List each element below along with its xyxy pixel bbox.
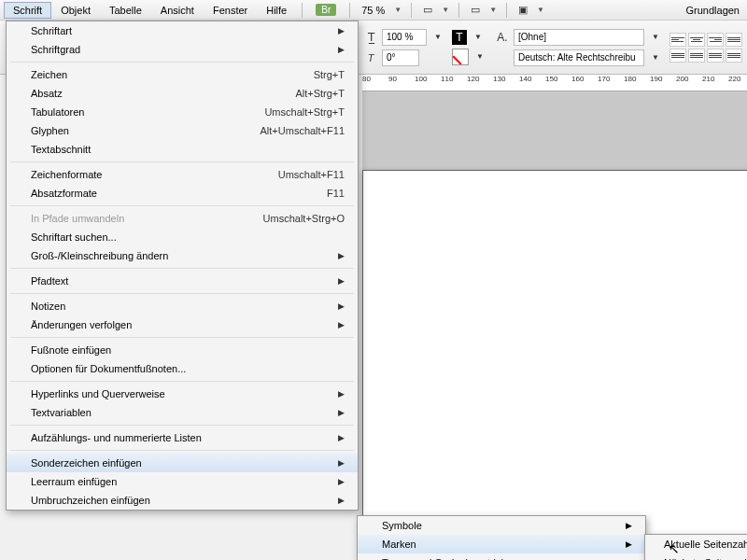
menu-item[interactable]: Pfadtext▶ [7, 272, 358, 290]
ruler-tick: 220 [728, 75, 740, 83]
menu-item[interactable]: Änderungen verfolgen▶ [7, 315, 358, 334]
menu-item[interactable]: Schriftart suchen... [7, 228, 358, 246]
chevron-down-icon[interactable]: ▼ [430, 30, 446, 45]
menu-item-label: Schriftgrad [31, 44, 332, 55]
align-right-button[interactable] [707, 33, 724, 47]
menu-item[interactable]: Textabschnitt [7, 140, 358, 159]
stroke-none-icon[interactable] [452, 49, 469, 65]
zoom-level[interactable]: 75 % [356, 5, 390, 16]
submenu-arrow-icon: ▶ [338, 276, 345, 286]
text-fill-icon[interactable]: T [452, 30, 467, 45]
document-canvas[interactable] [362, 91, 747, 560]
chevron-down-icon[interactable]: ▼ [472, 49, 488, 64]
chevron-down-icon[interactable]: ▼ [470, 30, 486, 45]
view-mode-icon[interactable]: ▭ [417, 2, 438, 19]
align-left-button[interactable] [669, 33, 686, 47]
menu-item-label: Tabulatoren [31, 106, 264, 118]
menu-item-label: Absatzformate [31, 188, 327, 199]
align-center-button[interactable] [688, 33, 705, 47]
menu-item-label: Textvariablen [31, 407, 332, 418]
submenu-arrow-icon: ▶ [338, 408, 345, 417]
arrange-icon[interactable]: ▣ [513, 2, 533, 19]
menu-item[interactable]: Notizen▶ [7, 297, 358, 315]
language-select[interactable] [514, 49, 644, 66]
justify-center-button[interactable] [688, 49, 705, 63]
menu-item[interactable]: Schriftgrad▶ [7, 40, 358, 59]
ruler-tick: 120 [467, 75, 479, 83]
submenu-item[interactable]: Trenn- und Gedankenstriche▶ [358, 553, 645, 560]
menu-item-label: Textabschnitt [31, 144, 345, 155]
align-justify-button[interactable] [726, 33, 742, 47]
menu-hilfe[interactable]: Hilfe [257, 2, 296, 19]
screen-mode-icon[interactable]: ▭ [465, 2, 486, 19]
menu-item[interactable]: AbsatzAlt+Strg+T [7, 84, 358, 103]
menu-item[interactable]: Leerraum einfügen▶ [7, 472, 358, 491]
page[interactable] [362, 170, 747, 560]
justify-all-button[interactable] [726, 49, 742, 63]
submenu-arrow-icon: ▶ [338, 477, 345, 486]
menu-divider [10, 337, 354, 338]
menu-ansicht[interactable]: Ansicht [151, 2, 204, 19]
submenu2-item[interactable]: Nächste Seitenzahl [645, 553, 747, 560]
menu-item[interactable]: Textvariablen▶ [7, 403, 358, 422]
justify-left-button[interactable] [669, 49, 686, 63]
menu-item[interactable]: Optionen für Dokumentfußnoten... [7, 359, 358, 378]
menu-item[interactable]: Schriftart▶ [7, 21, 358, 40]
menu-item-label: Leerraum einfügen [31, 476, 332, 487]
menu-item-label: Schriftart [31, 25, 332, 36]
menu-item[interactable]: Groß-/Kleinschreibung ändern▶ [7, 246, 358, 265]
menu-shortcut: Umschalt+F11 [278, 169, 345, 180]
menu-shortcut: Alt+Strg+T [295, 88, 345, 99]
horizontal-ruler: 8090100110120130140150160170180190200210… [362, 75, 747, 91]
menu-objekt[interactable]: Objekt [51, 2, 100, 19]
menu-divider [10, 62, 354, 63]
justify-right-button[interactable] [707, 49, 724, 63]
chevron-down-icon[interactable]: ▼ [647, 30, 664, 45]
menu-schrift[interactable]: Schrift [4, 2, 51, 19]
menu-item-label: Hyperlinks und Querverweise [31, 388, 332, 399]
menu-item[interactable]: Aufzählungs- und nummerierte Listen▶ [7, 428, 358, 447]
chevron-down-icon[interactable]: ▼ [438, 6, 453, 14]
chevron-down-icon[interactable]: ▼ [647, 50, 664, 65]
menu-item[interactable]: AbsatzformateF11 [7, 184, 358, 203]
submenu2-item[interactable]: Aktuelle Seitenzahl [645, 535, 747, 553]
separator [458, 3, 459, 18]
submenu-arrow-icon: ▶ [626, 539, 632, 549]
rotation-input[interactable] [382, 49, 419, 66]
submenu-arrow-icon: ▶ [338, 320, 345, 329]
menu-divider [10, 425, 354, 426]
menu-item-label: Zeichen [31, 69, 314, 80]
menu-shortcut: Alt+Umschalt+F11 [261, 125, 345, 136]
submenu-arrow-icon: ▶ [338, 496, 345, 505]
horizontal-scale-input[interactable] [382, 29, 427, 46]
menu-item-label: Notizen [31, 301, 332, 312]
ruler-tick: 170 [598, 75, 610, 83]
menu-item[interactable]: Fußnote einfügen [7, 341, 358, 359]
menu-item[interactable]: Hyperlinks und Querverweise▶ [7, 385, 358, 403]
submenu-arrow-icon: ▶ [338, 45, 345, 54]
schrift-dropdown: Schriftart▶Schriftgrad▶ZeichenStrg+TAbsa… [6, 21, 359, 511]
menu-item[interactable]: TabulatorenUmschalt+Strg+T [7, 103, 358, 121]
menu-fenster[interactable]: Fenster [204, 2, 257, 19]
bridge-button[interactable]: Br [316, 4, 336, 16]
menu-item-label: Glyphen [31, 125, 261, 136]
menu-item-label: Aufzählungs- und nummerierte Listen [31, 432, 332, 443]
sonderzeichen-submenu: Symbole▶Marken▶Trenn- und Gedankenstrich… [357, 515, 646, 560]
chevron-down-icon[interactable]: ▼ [533, 6, 548, 14]
menu-item[interactable]: ZeichenformateUmschalt+F11 [7, 165, 358, 184]
character-style-select[interactable] [514, 29, 644, 46]
submenu-item[interactable]: Marken▶ [358, 535, 645, 553]
workspace-switcher[interactable]: Grundlagen [679, 5, 748, 16]
menu-item[interactable]: ZeichenStrg+T [7, 65, 358, 84]
submenu-arrow-icon: ▶ [338, 389, 345, 399]
submenu-arrow-icon: ▶ [338, 251, 345, 260]
chevron-down-icon[interactable]: ▼ [390, 6, 405, 14]
menu-item[interactable]: GlyphenAlt+Umschalt+F11 [7, 121, 358, 140]
menu-tabelle[interactable]: Tabelle [100, 2, 151, 19]
ruler-tick: 210 [702, 75, 714, 83]
menu-item-label: Sonderzeichen einfügen [31, 457, 332, 469]
menu-item[interactable]: Sonderzeichen einfügen▶ [7, 454, 358, 472]
menu-item[interactable]: Umbruchzeichen einfügen▶ [7, 491, 358, 510]
submenu-item[interactable]: Symbole▶ [358, 516, 645, 535]
chevron-down-icon[interactable]: ▼ [486, 6, 500, 14]
